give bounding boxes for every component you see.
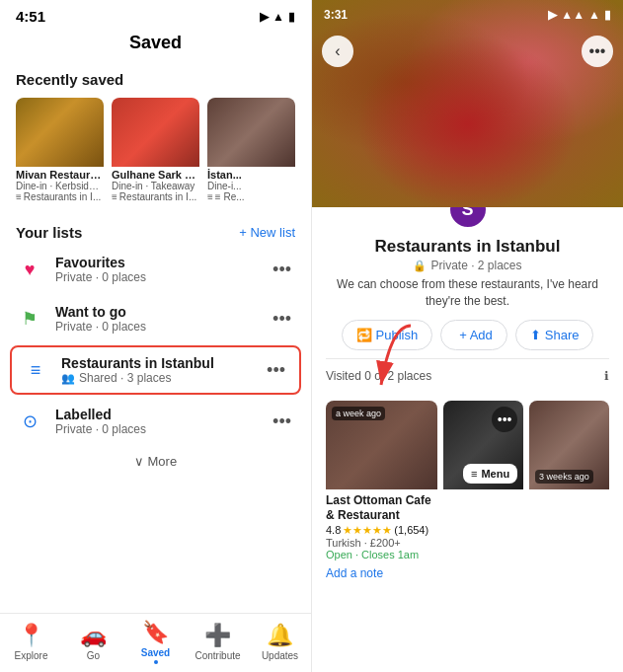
thumb-card-3[interactable]: İstan... Dine-i... ≡ ≡ Re... [207, 98, 295, 204]
status-bar-right: 3:31 ▶ ▲▲ ▲ ▮ [312, 0, 623, 30]
new-list-button[interactable]: + New list [239, 225, 295, 240]
thumb-img-3 [207, 98, 295, 167]
nav-item-contribute[interactable]: ➕ Contribute [187, 623, 249, 661]
favourites-more-button[interactable]: ••• [269, 256, 295, 284]
list-item-labelled[interactable]: ⊙ Labelled Private · 0 places ••• [0, 397, 311, 446]
battery-icon: ▮ [288, 10, 295, 24]
nav-item-updates[interactable]: 🔔 Updates [249, 623, 311, 661]
thumb-list-1: ≡ Restaurants in I... [16, 191, 104, 202]
thumb-card-2[interactable]: Gulhane Sark So... Dine-in · Takeaway ≡ … [112, 98, 199, 204]
place-name-1: Last Ottoman Cafe & Restaurant [326, 493, 437, 524]
favourites-name: Favourites [55, 255, 257, 270]
place-card-2[interactable]: ••• ≡ Menu [443, 401, 523, 562]
visited-row: Visited 0 of 2 places ℹ [326, 365, 609, 391]
labelled-info: Labelled Private · 0 places [55, 407, 257, 436]
contribute-icon: ➕ [204, 623, 231, 648]
labelled-more-button[interactable]: ••• [269, 408, 295, 436]
place-img-2: ••• ≡ Menu [443, 401, 523, 489]
menu-button[interactable]: ≡ Menu [463, 464, 517, 484]
thumb-name-3: İstan... [207, 169, 295, 181]
thumb-detail-3: Dine-i... [207, 181, 295, 191]
nav-label-saved: Saved [141, 647, 170, 658]
list-icon-small-1: ≡ [16, 191, 22, 202]
place-img-3: 3 weeks ago [529, 401, 609, 489]
location-icon: ▶ [260, 10, 269, 24]
nav-label-go: Go [87, 650, 100, 661]
restaurants-istanbul-info: Restaurants in Istanbul 👥 Shared · 3 pla… [61, 355, 251, 385]
want-to-go-name: Want to go [55, 304, 257, 320]
restaurants-istanbul-more-button[interactable]: ••• [263, 356, 289, 385]
place-cards-row: a week ago Last Ottoman Cafe & Restauran… [312, 401, 623, 562]
menu-icon: ≡ [471, 468, 477, 480]
recently-saved-label: Recently saved [0, 63, 311, 94]
nav-label-explore: Explore [15, 650, 48, 661]
wifi-icon-right: ▲ [588, 8, 600, 22]
nav-item-go[interactable]: 🚗 Go [62, 623, 124, 661]
list-detail-card: S Restaurants in Istanbul 🔒 Private · 2 … [312, 207, 623, 401]
nav-item-saved[interactable]: 🔖 Saved [124, 620, 187, 664]
place-info-1: Last Ottoman Cafe & Restaurant 4.8 ★★★★★… [326, 489, 437, 562]
add-button[interactable]: + Add [440, 320, 507, 350]
back-button[interactable]: ‹ [322, 36, 353, 67]
status-icons-right: ▶ ▲▲ ▲ ▮ [548, 8, 611, 22]
divider [326, 358, 609, 359]
status-time-right: 3:31 [324, 8, 348, 22]
info-icon: ℹ [604, 369, 609, 383]
list-detail-meta: 🔒 Private · 2 places [326, 259, 609, 272]
signal-icon: ▲▲ [561, 8, 584, 22]
publish-button[interactable]: 🔁 Publish [342, 320, 433, 350]
stars-1: ★★★★★ [343, 524, 392, 537]
thumb-info-3: İstan... Dine-i... ≡ ≡ Re... [207, 167, 295, 204]
favourites-meta: Private · 0 places [55, 270, 257, 284]
add-note-link[interactable]: Add a note [312, 562, 623, 586]
location-icon-right: ▶ [548, 8, 557, 22]
your-lists-label: Your lists [16, 224, 82, 241]
explore-icon: 📍 [18, 623, 44, 648]
list-item-want-to-go[interactable]: ⚑ Want to go Private · 0 places ••• [0, 294, 311, 343]
more-options-button[interactable]: ••• [582, 36, 613, 67]
right-panel: 3:31 ▶ ▲▲ ▲ ▮ ‹ ••• S Restaurants in Ist… [312, 0, 623, 672]
heart-icon: ♥ [16, 256, 43, 283]
list-item-favourites[interactable]: ♥ Favourites Private · 0 places ••• [0, 245, 311, 294]
nav-item-explore[interactable]: 📍 Explore [0, 623, 62, 661]
publish-icon: 🔁 [356, 328, 372, 342]
want-to-go-info: Want to go Private · 0 places [55, 304, 257, 334]
page-title: Saved [0, 29, 311, 63]
list-icon-small-3: ≡ [207, 191, 213, 202]
place-cuisine-1: Turkish · £200+ [326, 537, 437, 549]
want-to-go-meta: Private · 0 places [55, 320, 257, 334]
list-item-restaurants-istanbul[interactable]: ≡ Restaurants in Istanbul 👥 Shared · 3 p… [10, 345, 301, 395]
place-more-button-2[interactable]: ••• [492, 407, 517, 432]
place-img-1: a week ago [326, 401, 437, 489]
saved-active-indicator [154, 660, 158, 664]
share-button[interactable]: ⬆ Share [515, 320, 594, 350]
more-link[interactable]: ∨ More [0, 446, 311, 477]
thumb-card-1[interactable]: Mivan Restauran... Dine-in · Kerbside p.… [16, 98, 104, 204]
restaurants-istanbul-name: Restaurants in Istanbul [61, 355, 251, 371]
saved-icon: 🔖 [142, 620, 169, 645]
battery-icon-right: ▮ [604, 8, 611, 22]
time-badge-3: 3 weeks ago [535, 470, 593, 484]
updates-icon: 🔔 [267, 623, 293, 648]
labelled-meta: Private · 0 places [55, 422, 257, 436]
status-time-left: 4:51 [16, 8, 45, 25]
want-to-go-more-button[interactable]: ••• [269, 305, 295, 334]
status-icons-left: ▶ ▲ ▮ [260, 10, 295, 24]
place-status-1: Open · Closes 1am [326, 549, 437, 560]
place-card-3[interactable]: 3 weeks ago [529, 401, 609, 562]
thumb-detail-2: Dine-in · Takeaway [112, 181, 199, 191]
list-detail-description: We can choose from these restaurants, I'… [326, 276, 609, 310]
lists-header: Your lists + New list [0, 216, 311, 245]
recently-saved-row: Mivan Restauran... Dine-in · Kerbside p.… [0, 94, 311, 216]
wifi-icon: ▲ [273, 10, 284, 24]
favourites-info: Favourites Private · 0 places [55, 255, 257, 284]
thumb-list-2: ≡ Restaurants in I... [112, 191, 199, 202]
place-rating-1: 4.8 ★★★★★ (1,654) [326, 524, 437, 537]
place-card-1[interactable]: a week ago Last Ottoman Cafe & Restauran… [326, 401, 437, 562]
share-icon: ⬆ [530, 328, 541, 342]
visited-text: Visited 0 of 2 places [326, 369, 431, 383]
labelled-name: Labelled [55, 407, 257, 422]
thumb-img-2 [112, 98, 199, 167]
restaurants-istanbul-meta: 👥 Shared · 3 places [61, 371, 251, 385]
food-photo [312, 0, 623, 207]
